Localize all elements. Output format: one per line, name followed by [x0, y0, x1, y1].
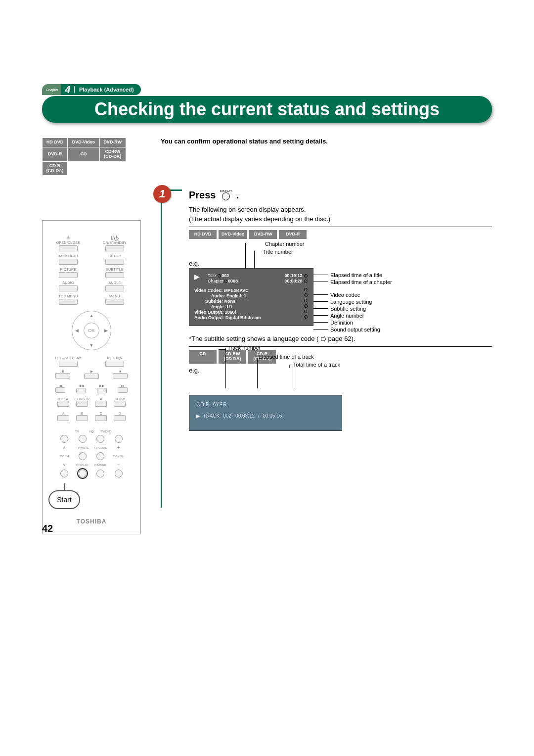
cd-sep: /: [258, 413, 260, 419]
return-label: RETURN: [98, 356, 132, 360]
return-button[interactable]: [105, 361, 124, 367]
osd-angle-label: Angle:: [211, 304, 225, 309]
tag-cdrw: CD-RW (CD-DA): [219, 350, 246, 364]
osd-audio-out-label: Audio Output:: [194, 315, 224, 320]
slow-button[interactable]: [114, 401, 126, 407]
audio-button[interactable]: [59, 285, 78, 291]
on-standby-button[interactable]: [105, 245, 124, 251]
callout-track-total: Total time of a track: [293, 362, 340, 368]
play-button[interactable]: [84, 374, 99, 379]
c-label: C: [93, 412, 109, 415]
tvdvd-button[interactable]: [96, 435, 104, 443]
disc-cell: DVD-RW: [99, 138, 126, 147]
disc-type-table: HD DVD DVD-Video DVD-RW DVD-R CD CD-RW (…: [42, 138, 126, 176]
tv-mute-button[interactable]: [79, 452, 87, 460]
tag-cd: CD: [189, 350, 217, 364]
resume-play-label: RESUME PLAY: [51, 356, 85, 360]
display-button-icon: DISPLAY: [220, 189, 232, 200]
chapter-number: 4: [61, 84, 74, 95]
step-line-1: The following on-screen display appears.: [189, 206, 492, 213]
osd-subtitle-value: None: [224, 299, 236, 304]
osd-title-value: 002: [222, 273, 229, 278]
picture-label: PICTURE: [51, 268, 85, 271]
osd-title-label: Title: [208, 273, 216, 278]
a-button[interactable]: [57, 415, 69, 421]
a-label: A: [55, 412, 71, 415]
disc-cell: DVD-R: [43, 147, 68, 161]
backlight-label: BACKLIGHT: [51, 254, 85, 258]
tv-vol-label: TV VOL.: [110, 455, 128, 458]
tv-vol-up-button[interactable]: [115, 435, 123, 443]
cursor-button[interactable]: [76, 401, 88, 407]
tag-dvdvideo: DVD-Video: [219, 230, 247, 239]
d-button[interactable]: [114, 415, 126, 421]
chapter-label: Chapter: [42, 84, 61, 95]
display-button[interactable]: [79, 470, 87, 477]
remote-control: ≜OPEN/CLOSE I/⏻ON/STANDBY BACKLIGHT SETU…: [42, 220, 141, 534]
eg-label: e.g.: [189, 260, 492, 267]
skip-next-button[interactable]: [118, 387, 128, 393]
b-label: B: [74, 412, 90, 415]
step-button[interactable]: [95, 401, 107, 407]
brand-label: TOSHIBA: [45, 518, 137, 525]
tv-power-button[interactable]: [79, 435, 87, 443]
osd-chapter-label: Chapter: [208, 279, 223, 284]
step-line-2: (The actual display varies depending on …: [189, 215, 492, 223]
skip-prev-button[interactable]: [55, 387, 65, 393]
backlight-button[interactable]: [59, 259, 78, 265]
ok-button[interactable]: OK: [84, 323, 99, 338]
tv-vol-down-button[interactable]: [115, 470, 123, 477]
tv-code-label: TV CODE: [91, 446, 110, 449]
stop-button[interactable]: [113, 373, 128, 378]
top-menu-button[interactable]: [59, 299, 78, 305]
d-label: D: [112, 412, 128, 415]
b-button[interactable]: [76, 415, 88, 421]
osd-subtitle-label: Subtitle:: [205, 299, 223, 304]
callout-language: Language setting: [330, 299, 372, 305]
tv-mute-label: TV MUTE: [74, 446, 92, 449]
dpad[interactable]: ▲ ▼ ◀ ▶ OK: [72, 311, 111, 350]
section-name: Playback (Advanced): [74, 84, 141, 95]
repeat-button[interactable]: [57, 401, 69, 407]
rewind-button[interactable]: [76, 388, 86, 393]
disc-tags-cd: CD CD-RW (CD-DA) CD-R (CD-DA): [189, 350, 492, 364]
skip-prev-icon: ⏮: [55, 384, 65, 387]
callout-title-number: Title number: [263, 249, 293, 255]
tv-code-button[interactable]: [96, 452, 104, 460]
osd-video-out-label: Video Output:: [194, 310, 223, 315]
press-word: Press: [189, 189, 216, 201]
ffwd-icon: ▶▶: [97, 384, 107, 388]
angle-button[interactable]: [105, 285, 124, 291]
c-button[interactable]: [95, 415, 107, 421]
callout-elapsed-chapter: Elapsed time of a chapter: [330, 279, 392, 285]
osd-cd: CD PLAYER ▶ TRACK 002 00:03:12 / 00:05:1…: [189, 395, 342, 431]
dimmer-label: DIMMER: [91, 464, 110, 467]
picture-button[interactable]: [59, 272, 78, 278]
angle-label: ANGLE: [98, 281, 132, 284]
press-instruction: Press DISPLAY .: [189, 189, 492, 201]
step-frame: 1: [161, 189, 182, 508]
osd-chapter-value: 0003: [228, 279, 238, 284]
resume-play-button[interactable]: [59, 361, 78, 367]
ffwd-button[interactable]: [97, 388, 107, 393]
callout-sound-output: Sound output setting: [330, 327, 380, 332]
rewind-icon: ◀◀: [76, 384, 86, 388]
osd-video-codec-label: Video Codec:: [194, 288, 222, 293]
callout-definition: Definition: [330, 320, 353, 326]
tag-hddvd: HD DVD: [189, 230, 217, 239]
menu-button[interactable]: [105, 299, 124, 305]
pause-button[interactable]: [55, 373, 70, 378]
subtitle-label: SUBTITLE: [98, 268, 132, 271]
open-close-button[interactable]: [59, 245, 78, 251]
callout-elapsed-title: Elapsed time of a title: [330, 272, 382, 278]
tv-ch-down-button[interactable]: [60, 470, 68, 477]
subtitle-button[interactable]: [105, 272, 124, 278]
dimmer-button[interactable]: [96, 470, 104, 477]
disc-cell: CD-R (CD-DA): [43, 161, 68, 176]
osd-chapter-time: 00:00:28: [284, 279, 302, 284]
osd-audio-label: Audio:: [211, 293, 225, 298]
tv-ch-up-button[interactable]: [60, 435, 68, 443]
setup-button[interactable]: [105, 259, 124, 265]
callout-subtitle: Subtitle setting: [330, 306, 366, 312]
start-callout: Start: [48, 490, 80, 509]
